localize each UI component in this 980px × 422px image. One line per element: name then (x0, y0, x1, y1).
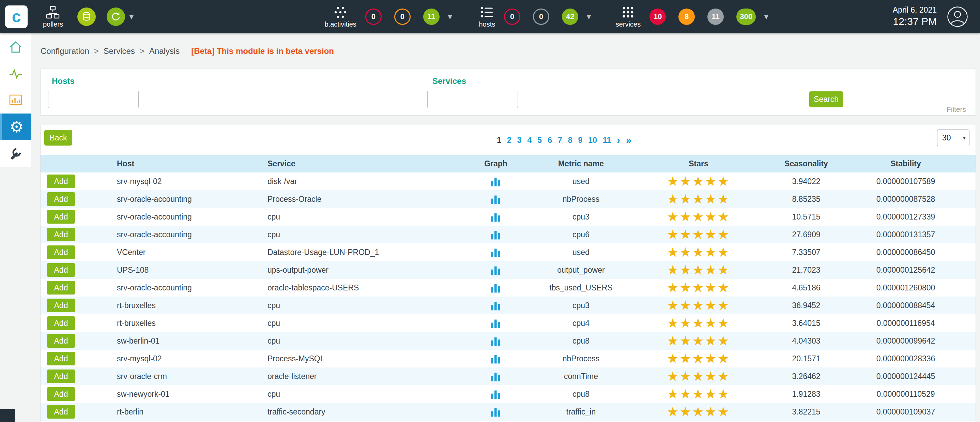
pagination-next[interactable]: › (617, 135, 620, 145)
hosts-menu[interactable]: hosts (479, 5, 495, 28)
search-button[interactable]: Search (809, 91, 843, 107)
status-counter-fill-grey[interactable]: 11 (707, 8, 724, 25)
table-body: Add srv-mysql-02 disk-/var used ★★★★★ 3.… (41, 172, 975, 420)
pollers-menu[interactable]: pollers (43, 5, 63, 28)
pagination-page-11[interactable]: 11 (603, 136, 611, 145)
pagination-page-1[interactable]: 1 (497, 136, 501, 145)
services-menu[interactable]: services (616, 5, 641, 28)
add-button[interactable]: Add (47, 281, 75, 295)
add-button[interactable]: Add (47, 210, 75, 224)
graph-icon[interactable] (490, 247, 501, 258)
graph-icon[interactable] (490, 264, 501, 276)
centreon-logo[interactable]: c (5, 5, 28, 28)
add-button[interactable]: Add (47, 228, 75, 241)
services-icon (621, 5, 635, 19)
stars-rating: ★★★★★ (620, 296, 776, 314)
hosts-filter-input[interactable] (48, 91, 139, 108)
pagination-page-9[interactable]: 9 (578, 136, 583, 145)
pagination-page-5[interactable]: 5 (538, 136, 542, 145)
graph-cell (450, 208, 541, 226)
breadcrumb-analysis[interactable]: Analysis (149, 46, 180, 56)
pagination-page-3[interactable]: 3 (517, 136, 522, 145)
status-counter-fill-green[interactable]: 300 (737, 8, 756, 25)
hosts-label: hosts (479, 21, 495, 28)
pagination-page-6[interactable]: 6 (547, 136, 552, 145)
pagination-last[interactable]: » (626, 135, 632, 145)
graph-icon[interactable] (490, 406, 501, 417)
graph-icon[interactable] (490, 335, 501, 347)
pagination-page-2[interactable]: 2 (507, 136, 511, 145)
metric-cell: cpu3 (541, 208, 620, 226)
graph-icon[interactable] (490, 229, 501, 240)
services-label: services (616, 21, 641, 28)
table-row: Add sw-berlin-01 cpu cpu8 ★★★★★ 4.04303 … (41, 332, 975, 350)
graph-icon[interactable] (490, 193, 501, 205)
breadcrumb-services[interactable]: Services (103, 46, 135, 56)
graph-icon[interactable] (490, 175, 501, 187)
pagination-page-7[interactable]: 7 (558, 136, 562, 145)
table-row: Add srv-mysql-02 disk-/var used ★★★★★ 3.… (41, 172, 975, 190)
status-counter-fill-green[interactable]: 42 (562, 8, 578, 25)
add-button[interactable]: Add (47, 387, 75, 401)
pagination-page-4[interactable]: 4 (528, 136, 532, 145)
status-counter-ring-orange[interactable]: 0 (394, 8, 410, 25)
stability-cell: 0.000000124445 (836, 368, 975, 385)
status-counter-ring-grey[interactable]: 0 (533, 8, 549, 25)
stability-cell: 0.000001260800 (836, 279, 975, 296)
graph-icon[interactable] (490, 211, 501, 223)
page-size-value: 30 (942, 133, 951, 142)
page-size-select[interactable]: 30 ▾ (937, 129, 969, 146)
add-button[interactable]: Add (47, 369, 75, 383)
pagination-page-8[interactable]: 8 (568, 136, 573, 145)
sidebar-item-administration[interactable] (0, 140, 31, 167)
add-button[interactable]: Add (47, 263, 75, 277)
graph-icon[interactable] (490, 317, 501, 329)
status-counter-ring-red[interactable]: 0 (365, 8, 382, 25)
add-button[interactable]: Add (47, 245, 75, 259)
user-menu[interactable] (947, 6, 968, 27)
breadcrumb-configuration[interactable]: Configuration (41, 46, 89, 56)
status-counter-fill-green[interactable]: 11 (423, 8, 439, 25)
sidebar-item-reporting[interactable] (0, 87, 31, 113)
current-date: April 6, 2021 (893, 5, 937, 15)
business-activities-menu[interactable]: b.activities (325, 5, 356, 28)
status-counter-ring-red[interactable]: 0 (504, 8, 520, 25)
add-cell: Add (41, 190, 110, 208)
pagination-page-10[interactable]: 10 (588, 136, 597, 145)
graph-icon[interactable] (490, 388, 501, 400)
sidebar-item-configuration[interactable]: ⚙ (0, 113, 31, 140)
service-cell: Process-Oracle (261, 190, 450, 208)
broker-status-icon[interactable] (107, 8, 125, 26)
back-button[interactable]: Back (44, 130, 72, 146)
add-button[interactable]: Add (47, 334, 75, 348)
business-activities-counters: 0011 (365, 8, 439, 25)
filters-toggle[interactable]: Filters (947, 105, 966, 113)
add-button[interactable]: Add (47, 316, 75, 330)
service-cell: cpu (261, 296, 450, 314)
graph-cell (450, 244, 541, 261)
stars-rating: ★★★★★ (620, 350, 776, 368)
chevron-down-icon[interactable]: ▾ (586, 12, 591, 21)
graph-icon[interactable] (490, 371, 501, 382)
chevron-down-icon[interactable]: ▾ (129, 12, 134, 21)
chevron-down-icon[interactable]: ▾ (764, 12, 769, 21)
add-button[interactable]: Add (47, 299, 75, 312)
add-button[interactable]: Add (47, 405, 75, 419)
seasonality-cell: 36.9452 (776, 296, 836, 314)
add-button[interactable]: Add (47, 192, 75, 206)
graph-icon[interactable] (490, 299, 501, 311)
sidebar-item-home[interactable] (0, 34, 31, 61)
database-status-icon[interactable] (77, 8, 96, 26)
graph-cell (450, 172, 541, 190)
status-counter-fill-red[interactable]: 10 (649, 8, 666, 25)
graph-icon[interactable] (490, 282, 501, 293)
add-button[interactable]: Add (47, 175, 75, 188)
sidebar-item-monitoring[interactable] (0, 61, 31, 87)
services-filter-input[interactable] (427, 91, 518, 108)
column-header-stability: Stability (836, 155, 975, 172)
sidebar-collapse-button[interactable] (0, 409, 15, 422)
add-button[interactable]: Add (47, 352, 75, 365)
chevron-down-icon[interactable]: ▾ (448, 12, 452, 21)
status-counter-fill-orange[interactable]: 8 (678, 8, 695, 25)
graph-icon[interactable] (490, 353, 501, 365)
